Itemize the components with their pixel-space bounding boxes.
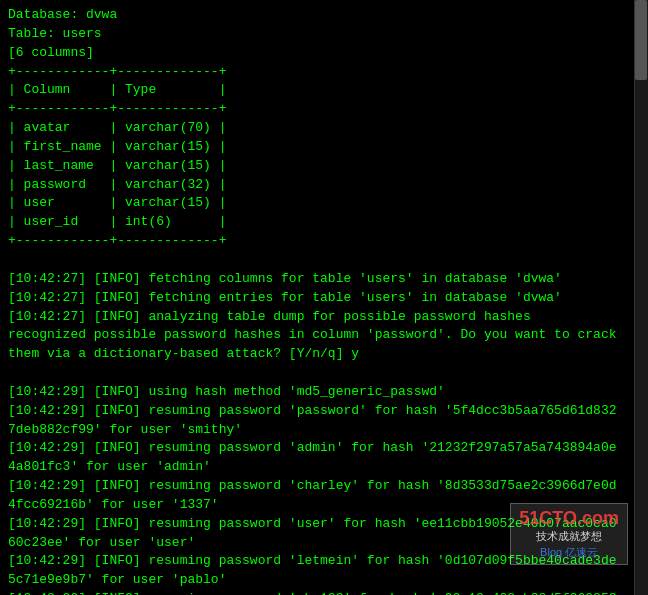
scrollbar-thumb[interactable] (635, 0, 647, 80)
watermark: 51CTO.com 技术成就梦想 Blog 亿速云 (510, 503, 628, 565)
watermark-sub: Blog 亿速云 (519, 545, 619, 560)
scrollbar[interactable] (634, 0, 648, 595)
watermark-slogan: 技术成就梦想 (519, 529, 619, 544)
watermark-site: 51CTO.com (519, 508, 619, 530)
terminal-window: Database: dvwa Table: users [6 columns] … (0, 0, 648, 595)
